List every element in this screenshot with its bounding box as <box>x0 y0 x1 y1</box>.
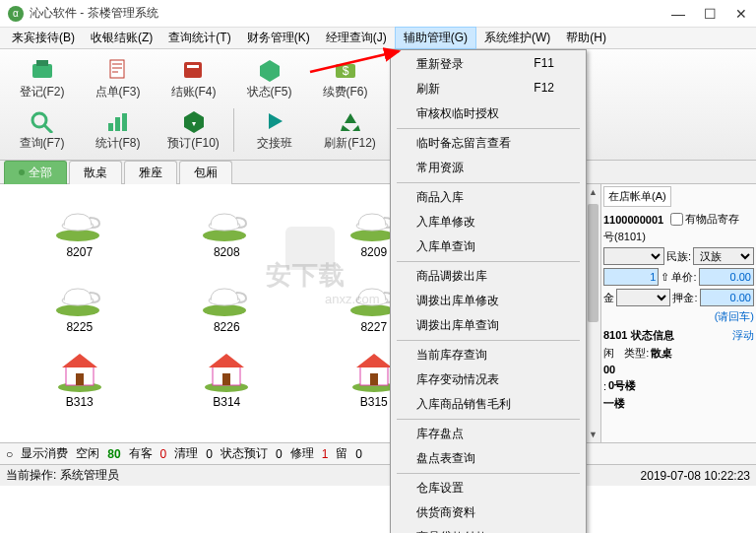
menu-item[interactable]: 盘点表查询 <box>393 446 584 471</box>
scroll-up-icon[interactable]: ▲ <box>586 184 600 200</box>
menu-item[interactable]: 当前库存查询 <box>393 343 584 367</box>
tab-elegant[interactable]: 雅座 <box>124 161 177 184</box>
tab-scatter[interactable]: 散桌 <box>69 161 122 184</box>
side-panel: 在店帐单(A) 1100000001 有物品寄存 号(8101) 民族:汉族 ⇧… <box>600 184 756 442</box>
svg-point-28 <box>350 304 394 316</box>
room-item-B314[interactable]: B314 <box>156 342 299 413</box>
menu-item[interactable]: 审核权临时授权 <box>393 101 584 126</box>
menu-item[interactable]: 供货商资料 <box>393 500 584 525</box>
menu-item[interactable]: 入库单修改 <box>393 210 584 234</box>
app-logo-icon: α <box>8 6 24 22</box>
svg-rect-35 <box>76 373 84 385</box>
tool-status[interactable]: 状态(F5) <box>232 54 306 103</box>
room-label: 8227 <box>360 320 387 334</box>
side-tab-instore[interactable]: 在店帐单(A) <box>603 186 671 207</box>
tool-query[interactable]: 查询(F7) <box>5 105 79 155</box>
show-consumption[interactable]: 显示消费 <box>21 445 68 462</box>
float-link[interactable]: 浮动 <box>732 328 754 343</box>
room-item-8225[interactable]: 8225 <box>8 267 152 338</box>
svg-point-24 <box>56 304 99 316</box>
menu-item[interactable]: 商品入库 <box>393 185 584 210</box>
menu-item[interactable]: 商品贷款付款 <box>393 525 584 533</box>
svg-point-16 <box>56 230 99 241</box>
room-label: B313 <box>66 395 94 409</box>
menu-item[interactable]: 刷新F12 <box>393 77 584 101</box>
menu-item[interactable]: 库存变动情况表 <box>393 367 584 392</box>
current-operator: 系统管理员 <box>60 468 119 482</box>
location-value: 0号楼 <box>608 378 636 393</box>
minimize-button[interactable]: — <box>671 7 685 21</box>
menu-separator <box>397 182 580 183</box>
menu-help[interactable]: 帮助(H) <box>558 28 614 48</box>
window-title: 沁心软件 - 茶楼管理系统 <box>30 5 671 22</box>
toolbar: 登记(F2) 点单(F3) 结账(F4) 状态(F5) $续费(F6) 查询(F… <box>0 49 756 161</box>
menu-cashier[interactable]: 收银结账(Z) <box>83 28 160 48</box>
tool-renew[interactable]: $续费(F6) <box>308 54 382 103</box>
svg-marker-5 <box>260 60 280 82</box>
room-label: 8207 <box>66 245 93 259</box>
price-input[interactable] <box>699 268 754 286</box>
pledge-input[interactable] <box>700 289 754 306</box>
gold-select[interactable] <box>616 289 670 306</box>
qty-input[interactable] <box>603 268 659 286</box>
menu-item[interactable]: 入库单查询 <box>393 234 584 259</box>
scroll-down-icon[interactable]: ▼ <box>586 427 600 442</box>
menu-system[interactable]: 系统维护(W) <box>476 28 558 48</box>
val1: 00 <box>603 364 615 375</box>
menu-item[interactable]: 临时备忘留言查看 <box>393 131 584 156</box>
menu-item[interactable]: 调拨出库单修改 <box>393 289 584 313</box>
cup-icon <box>199 196 254 243</box>
svg-marker-15 <box>269 113 283 129</box>
menu-query[interactable]: 查询统计(T) <box>160 28 238 48</box>
tool-order[interactable]: 点单(F3) <box>81 54 155 103</box>
stay-count: 0 <box>355 447 362 461</box>
tool-register[interactable]: 登记(F2) <box>5 54 79 103</box>
tool-refresh[interactable]: 刷新(F12) <box>313 105 387 155</box>
order-icon <box>104 58 132 82</box>
room-item-B313[interactable]: B313 <box>8 342 152 413</box>
tool-reserve[interactable]: ▾预订(F10) <box>157 105 230 155</box>
bill-number: 1100000001 <box>603 214 663 226</box>
menu-separator <box>397 261 580 262</box>
repair-count: 1 <box>322 447 329 461</box>
menu-item[interactable]: 商品调拨出库 <box>393 264 584 289</box>
search-icon <box>29 109 56 133</box>
room-label: 8225 <box>66 320 93 334</box>
menubar: 来宾接待(B) 收银结账(Z) 查询统计(T) 财务管理(K) 经理查询(J) … <box>0 28 756 49</box>
menu-assist[interactable]: 辅助管理(G) <box>395 27 476 49</box>
menu-reception[interactable]: 来宾接待(B) <box>4 28 83 48</box>
tool-checkout[interactable]: 结账(F4) <box>157 54 230 103</box>
svg-rect-11 <box>115 117 120 131</box>
shift-icon <box>261 109 288 133</box>
menu-separator <box>397 128 580 129</box>
room-item-8207[interactable]: 8207 <box>8 192 152 263</box>
room-item-8208[interactable]: 8208 <box>156 192 299 263</box>
tool-stats[interactable]: 统计(F8) <box>81 105 155 155</box>
menu-manager[interactable]: 经理查询(J) <box>318 28 395 48</box>
close-button[interactable]: ✕ <box>734 7 748 21</box>
menu-item[interactable]: 库存盘点 <box>393 422 584 446</box>
maximize-button[interactable]: ☐ <box>703 7 717 21</box>
room-label: 8226 <box>214 320 240 334</box>
menu-finance[interactable]: 财务管理(K) <box>239 28 318 48</box>
menu-item[interactable]: 调拨出库单查询 <box>393 313 584 338</box>
menu-item[interactable]: 重新登录F11 <box>393 52 584 77</box>
menu-item[interactable]: 仓库设置 <box>393 476 584 500</box>
deposit-checkbox[interactable] <box>670 213 683 226</box>
room-label: 8208 <box>214 245 240 259</box>
scroll-thumb[interactable] <box>588 204 598 322</box>
tab-box[interactable]: 包厢 <box>179 161 232 184</box>
menu-item[interactable]: 入库商品销售毛利 <box>393 392 584 417</box>
tab-all[interactable]: 全部 <box>4 161 67 184</box>
scrollbar[interactable]: ▲ ▼ <box>585 184 600 442</box>
svg-marker-42 <box>356 354 392 367</box>
menu-item[interactable]: 常用资源 <box>393 156 584 180</box>
nation-select[interactable]: 汉族 <box>693 247 754 265</box>
tool-shift[interactable]: 交接班 <box>237 105 311 155</box>
status-icon <box>256 58 284 82</box>
floor-value: 一楼 <box>603 396 625 411</box>
nation-select-left[interactable] <box>603 247 664 265</box>
svg-rect-0 <box>32 64 52 78</box>
room-item-8226[interactable]: 8226 <box>156 267 299 338</box>
room-label: B315 <box>360 395 388 409</box>
